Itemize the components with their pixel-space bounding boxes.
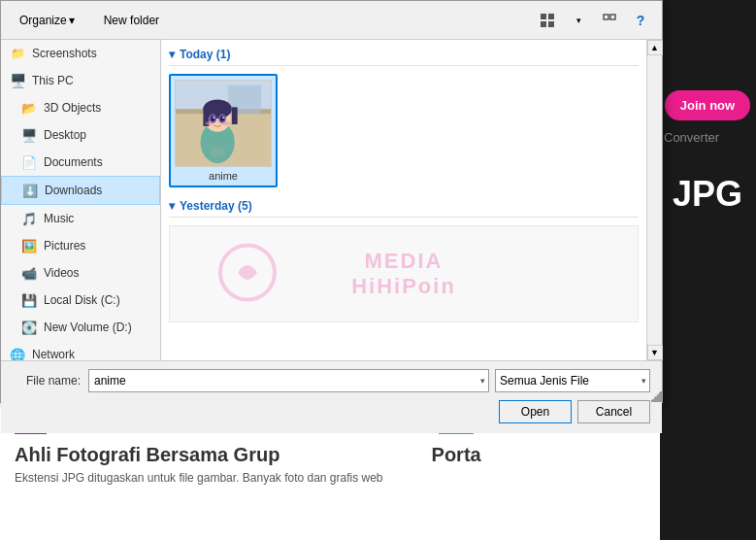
today-section-header[interactable]: ▾ Today (1) — [169, 48, 639, 66]
page-desc: Ekstensi JPG ditugaskan untuk file gamba… — [15, 471, 383, 485]
yesterday-chevron: ▾ — [169, 199, 175, 213]
footer-filename-row: File name: ▾ Semua Jenis File ▾ — [13, 369, 650, 392]
drive-d-icon: 💽 — [20, 319, 38, 336]
svg-rect-0 — [541, 14, 546, 19]
file-label-anime: anime — [209, 170, 238, 182]
drive-c-icon: 💾 — [20, 291, 38, 309]
view-toggle-button[interactable] — [534, 7, 561, 34]
svg-rect-4 — [604, 15, 608, 19]
file-item-anime[interactable]: anime — [169, 74, 278, 187]
sidebar-item-videos[interactable]: 📹 Videos — [1, 259, 160, 287]
help-button[interactable]: ? — [627, 7, 654, 34]
view-icon — [541, 14, 554, 27]
sidebar-item-label: 3D Objects — [44, 101, 101, 115]
folder-icon: 📁 — [9, 45, 26, 62]
filename-label: File name: — [13, 374, 81, 388]
toolbar-right: ▾ ? — [534, 7, 654, 34]
network-icon: 🌐 — [9, 346, 26, 360]
sidebar-item-music[interactable]: 🎵 Music — [1, 205, 160, 232]
sidebar-item-label: Downloads — [45, 184, 102, 197]
view-dropdown-button[interactable]: ▾ — [565, 7, 592, 34]
svg-point-22 — [222, 121, 230, 125]
svg-rect-14 — [232, 107, 238, 124]
file-thumbnail-anime — [175, 80, 272, 167]
sidebar-item-desktop[interactable]: 🖥️ Desktop — [1, 121, 160, 149]
page-title: Ahli Fotografi Bersama Grup — [15, 444, 383, 466]
filename-input[interactable] — [88, 369, 489, 392]
sidebar-item-this-pc[interactable]: 🖥️ This PC — [1, 67, 160, 94]
today-label: Today (1) — [180, 48, 230, 61]
sidebar-item-3d-objects[interactable]: 📂 3D Objects — [1, 94, 160, 121]
organize-label: Organize — [19, 14, 67, 27]
view-dropdown-arrow: ▾ — [576, 16, 581, 25]
sidebar-item-label: Videos — [44, 266, 79, 280]
filename-dropdown-arrow: ▾ — [480, 376, 485, 386]
join-now-button[interactable]: Join now — [665, 90, 750, 120]
layout-button[interactable] — [596, 7, 623, 34]
sidebar-item-label: Desktop — [44, 128, 86, 142]
scroll-down-arrow[interactable]: ▼ — [647, 345, 663, 360]
footer-buttons: Open Cancel — [13, 400, 650, 423]
sidebar: 📁 Screenshots 🖥️ This PC 📂 3D Objects 🖥️… — [1, 40, 161, 360]
watermark-area: MEDIA HiHiPoin — [169, 225, 639, 322]
videos-icon: 📹 — [20, 264, 38, 282]
file-grid-today: anime — [169, 74, 639, 187]
sidebar-item-network[interactable]: 🌐 Network — [1, 341, 160, 360]
svg-point-19 — [213, 117, 214, 118]
sidebar-item-label: Music — [44, 212, 74, 225]
sidebar-item-label: Local Disk (C:) — [44, 293, 120, 307]
sidebar-item-downloads[interactable]: ⬇️ Downloads — [1, 176, 160, 205]
yesterday-section-header[interactable]: ▾ Yesterday (5) — [169, 199, 639, 218]
sidebar-item-pictures[interactable]: 🖼️ Pictures — [1, 232, 160, 259]
scroll-up-arrow[interactable]: ▲ — [647, 40, 663, 55]
sidebar-item-label: Pictures — [44, 239, 85, 253]
dialog-body: 📁 Screenshots 🖥️ This PC 📂 3D Objects 🖥️… — [1, 40, 662, 360]
downloads-icon: ⬇️ — [21, 182, 39, 199]
watermark-logo — [218, 244, 277, 305]
filetype-select[interactable]: Semua Jenis File — [495, 369, 650, 392]
sidebar-item-label: New Volume (D:) — [44, 321, 132, 334]
right-scrollbar: ▲ ▼ — [646, 40, 662, 360]
svg-point-20 — [222, 117, 224, 118]
new-folder-label: New folder — [104, 14, 159, 27]
desktop-icon: 🖥️ — [20, 126, 38, 144]
svg-point-21 — [205, 121, 213, 125]
pictures-icon: 🖼️ — [20, 237, 38, 254]
converter-label: Converter — [659, 130, 719, 145]
file-dialog: Organize ▾ New folder ▾ — [0, 0, 663, 403]
svg-rect-3 — [548, 21, 554, 27]
sidebar-item-label: Screenshots — [32, 47, 97, 60]
svg-point-18 — [220, 116, 224, 121]
sidebar-item-local-disk-c[interactable]: 💾 Local Disk (C:) — [1, 287, 160, 314]
dialog-toolbar: Organize ▾ New folder ▾ — [1, 1, 662, 40]
anime-thumbnail-svg — [176, 80, 271, 167]
right-panel: Join now Converter JPG — [659, 0, 756, 540]
today-chevron: ▾ — [169, 48, 175, 61]
sidebar-item-label: Documents — [44, 155, 103, 169]
porta-label: Porta — [432, 444, 481, 466]
sidebar-item-new-volume-d[interactable]: 💽 New Volume (D:) — [1, 314, 160, 341]
folder-3d-icon: 📂 — [20, 99, 38, 117]
organize-button[interactable]: Organize ▾ — [9, 9, 85, 32]
yesterday-label: Yesterday (5) — [180, 199, 252, 213]
new-folder-button[interactable]: New folder — [93, 9, 170, 32]
cancel-button[interactable]: Cancel — [577, 400, 650, 423]
computer-icon: 🖥️ — [9, 72, 26, 89]
documents-icon: 📄 — [20, 153, 38, 171]
svg-rect-1 — [548, 14, 554, 19]
sidebar-item-documents[interactable]: 📄 Documents — [1, 149, 160, 176]
watermark-content: MEDIA HiHiPoin — [351, 249, 456, 299]
resize-grip[interactable] — [650, 390, 662, 402]
watermark-hipoin: HiHiPoin — [351, 274, 456, 299]
main-content-area: ▾ Today (1) — [161, 40, 646, 360]
sidebar-item-screenshots[interactable]: 📁 Screenshots — [1, 40, 160, 67]
svg-point-23 — [210, 147, 225, 158]
sidebar-item-label: Network — [32, 348, 75, 360]
watermark-media: MEDIA — [351, 249, 456, 274]
help-icon: ? — [637, 13, 645, 28]
svg-rect-5 — [610, 15, 615, 19]
organize-dropdown-arrow: ▾ — [69, 14, 75, 27]
svg-rect-2 — [541, 21, 546, 27]
dialog-footer: File name: ▾ Semua Jenis File ▾ Open Can… — [1, 360, 662, 433]
open-button[interactable]: Open — [499, 400, 572, 423]
